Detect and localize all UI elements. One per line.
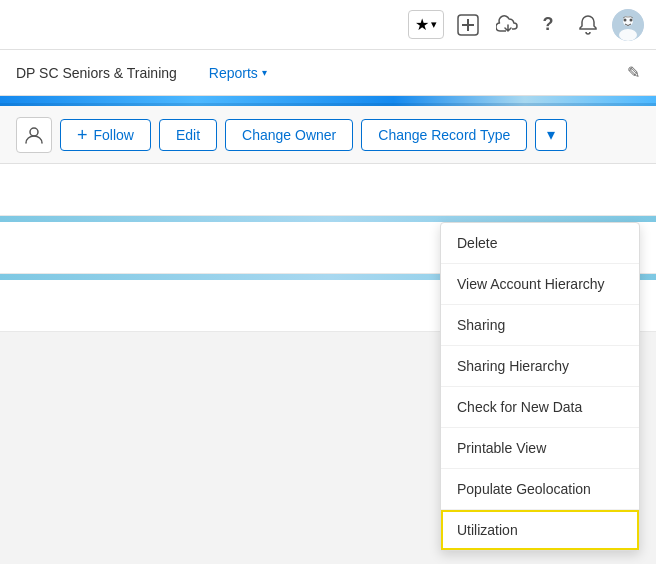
follow-label: Follow <box>94 127 134 143</box>
dropdown-item-utilization[interactable]: Utilization <box>441 510 639 550</box>
svg-point-8 <box>30 128 38 136</box>
help-icon[interactable]: ? <box>532 9 564 41</box>
app-name: DP SC Seniors & Training <box>16 65 177 81</box>
change-owner-button[interactable]: Change Owner <box>225 119 353 151</box>
dropdown-item-sharing[interactable]: Sharing <box>441 305 639 346</box>
dropdown-chevron-icon: ▾ <box>547 125 555 144</box>
dropdown-item-delete[interactable]: Delete <box>441 223 639 264</box>
dropdown-item-populate-geolocation[interactable]: Populate Geolocation <box>441 469 639 510</box>
top-navbar: ★ ▾ ? <box>0 0 656 50</box>
add-icon[interactable] <box>452 9 484 41</box>
content-area: Delete View Account Hierarchy Sharing Sh… <box>0 164 656 332</box>
dropdown-item-sharing-hierarchy[interactable]: Sharing Hierarchy <box>441 346 639 387</box>
dropdown-menu: Delete View Account Hierarchy Sharing Sh… <box>440 222 640 551</box>
reports-tab[interactable]: Reports ▾ <box>197 57 279 89</box>
svg-point-6 <box>624 18 627 21</box>
edit-label: Edit <box>176 127 200 143</box>
follow-button[interactable]: + Follow <box>60 119 151 151</box>
dropdown-item-view-account-hierarchy[interactable]: View Account Hierarchy <box>441 264 639 305</box>
change-record-type-label: Change Record Type <box>378 127 510 143</box>
favorites-button[interactable]: ★ ▾ <box>408 10 444 39</box>
action-bar: + Follow Edit Change Owner Change Record… <box>0 106 656 164</box>
svg-point-5 <box>619 29 637 41</box>
user-avatar[interactable] <box>612 9 644 41</box>
reports-label: Reports <box>209 65 258 81</box>
chevron-down-icon: ▾ <box>431 18 437 31</box>
account-icon-box <box>16 117 52 153</box>
reports-chevron-icon: ▾ <box>262 67 267 78</box>
more-actions-button[interactable]: ▾ <box>535 119 567 151</box>
edit-pencil-icon[interactable]: ✎ <box>627 63 640 82</box>
edit-button[interactable]: Edit <box>159 119 217 151</box>
salesforce-cloud-icon[interactable] <box>492 9 524 41</box>
plus-icon: + <box>77 126 88 144</box>
notifications-icon[interactable] <box>572 9 604 41</box>
change-owner-label: Change Owner <box>242 127 336 143</box>
svg-point-7 <box>630 18 633 21</box>
dropdown-item-printable-view[interactable]: Printable View <box>441 428 639 469</box>
content-row-1 <box>0 164 656 216</box>
change-record-type-button[interactable]: Change Record Type <box>361 119 527 151</box>
dropdown-item-check-for-new-data[interactable]: Check for New Data <box>441 387 639 428</box>
secondary-navbar: DP SC Seniors & Training Reports ▾ ✎ <box>0 50 656 96</box>
decorative-band <box>0 96 656 106</box>
star-icon: ★ <box>415 15 429 34</box>
